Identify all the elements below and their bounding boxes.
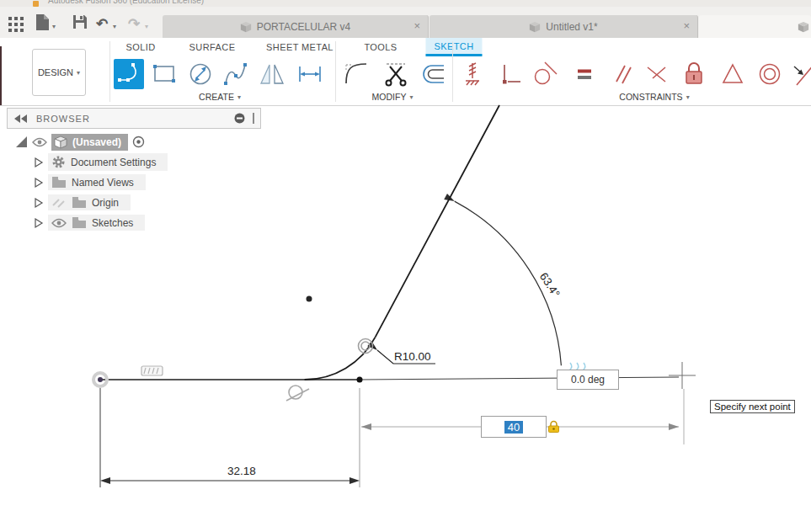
sketch-canvas[interactable]: 63.4° R10.00 32.18 <box>0 0 811 532</box>
width-dim-arrow-left <box>100 477 110 484</box>
document-name[interactable]: (Unsaved) <box>72 136 121 148</box>
expand-icon[interactable] <box>34 177 44 189</box>
item-label[interactable]: Origin <box>92 197 119 209</box>
browser-item-origin[interactable]: Origin <box>34 193 131 212</box>
item-label[interactable]: Named Views <box>72 177 134 189</box>
gear-icon <box>51 155 66 169</box>
length-input[interactable]: 40 <box>481 416 547 438</box>
fusion360-window: 63.4° R10.00 32.18 <box>0 0 811 532</box>
browser-root-row[interactable]: (Unsaved) <box>15 132 145 152</box>
browser-panel: BROWSER (Unsaved) <box>7 108 261 237</box>
item-label[interactable]: Sketches <box>92 217 133 229</box>
background-window-edge <box>0 46 2 105</box>
status-tooltip: Specify next point <box>710 400 795 413</box>
browser-item-sketches[interactable]: Sketches <box>34 213 145 232</box>
folder-icon <box>72 196 87 209</box>
panel-resize-handle[interactable] <box>253 113 254 124</box>
cube-icon <box>54 136 67 149</box>
expand-root-icon[interactable] <box>15 136 28 148</box>
folder-icon <box>72 216 87 229</box>
width-dim-arrow-right <box>349 477 360 484</box>
eye-icon[interactable] <box>32 137 47 147</box>
display-settings-icon[interactable] <box>234 113 245 124</box>
hidden-eye-icon[interactable] <box>51 197 67 208</box>
collapse-panel-icon[interactable] <box>14 114 28 123</box>
browser-item-document-settings[interactable]: Document Settings <box>34 152 168 172</box>
eye-icon[interactable] <box>51 218 67 228</box>
radius-dimension-label[interactable]: R10.00 <box>394 350 431 363</box>
horizontal-constraint-glyph[interactable] <box>141 366 163 375</box>
expand-icon[interactable] <box>34 217 44 229</box>
browser-item-named-views[interactable]: Named Views <box>34 173 146 192</box>
width-dimension-label[interactable]: 32.18 <box>227 465 256 477</box>
length-dim-arrow-right <box>669 423 679 430</box>
angle-dimension-label[interactable]: 63.4° <box>537 270 563 300</box>
sketch-point[interactable] <box>307 296 312 302</box>
item-label[interactable]: Document Settings <box>71 157 156 168</box>
sketch-vertex-point[interactable] <box>357 377 363 383</box>
activate-target-icon[interactable] <box>132 136 145 148</box>
browser-header[interactable]: BROWSER <box>7 108 261 129</box>
expand-icon[interactable] <box>34 157 44 168</box>
rubber-band-line <box>360 377 679 380</box>
length-dim-arrow-left <box>361 423 371 430</box>
status-tooltip-text: Specify next point <box>714 402 791 412</box>
angle-input-value[interactable]: 0.0 deg <box>571 374 605 386</box>
origin-point[interactable] <box>98 377 103 382</box>
folder-icon <box>51 176 67 189</box>
browser-title: BROWSER <box>36 114 90 124</box>
angle-input[interactable]: 0.0 deg <box>557 370 619 390</box>
expand-icon[interactable] <box>34 197 44 209</box>
lock-icon[interactable] <box>547 419 561 434</box>
tangent-constraint-glyph-2[interactable] <box>286 386 309 401</box>
length-input-value[interactable]: 40 <box>504 421 523 434</box>
fillet-arc[interactable] <box>305 338 376 380</box>
sketch-line-angled[interactable] <box>376 105 500 338</box>
